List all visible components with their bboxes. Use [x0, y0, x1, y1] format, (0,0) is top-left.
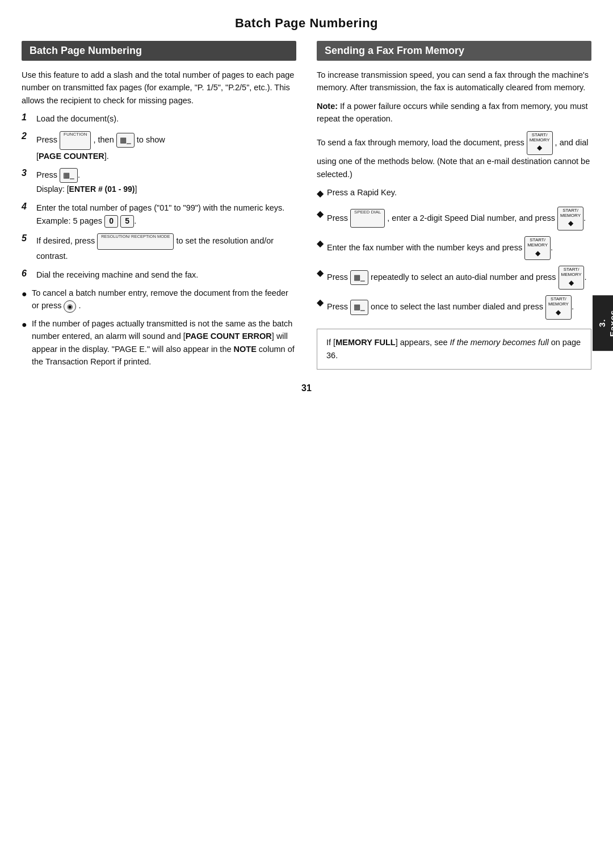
bullet-1: ● To cancel a batch number entry, remove…: [22, 287, 296, 313]
start-memory-key-5: START/MEMORY ◆: [545, 295, 572, 319]
bullet-2-content: If the number of pages actually transmit…: [32, 317, 296, 368]
step-4: 4 Enter the total number of pages ("01" …: [22, 202, 296, 228]
diamond-3-content: Enter the fax number with the number key…: [327, 236, 591, 260]
diamond-2-icon: ◆: [317, 207, 327, 221]
diamond-1-content: Press a Rapid Key.: [327, 186, 591, 199]
display-key: ▦⎯: [116, 133, 135, 148]
start-memory-key-4: START/MEMORY ◆: [559, 266, 585, 290]
side-tab-number: 3.: [597, 319, 607, 328]
memory-full-reference: If the memory becomes full: [450, 338, 549, 347]
speed-dial-key: SPEED DIAL: [350, 209, 385, 228]
right-section-header: Sending a Fax From Memory: [317, 41, 591, 61]
page-title: Batch Page Numbering: [0, 0, 613, 41]
step-1-num: 1: [22, 112, 34, 123]
start-memory-key-3: START/MEMORY ◆: [524, 236, 551, 260]
step-2-content: Press FUNCTION , then ▦⎯ to show [PAGE C…: [36, 131, 296, 162]
right-note: Note: If a power failure occurs while se…: [317, 100, 591, 125]
step-5: 5 If desired, press RESOLUTION/ RECEPTIO…: [22, 233, 296, 263]
right-intro2: To send a fax through memory, load the d…: [317, 131, 591, 181]
diamond-1-icon: ◆: [317, 187, 327, 201]
function-key: FUNCTION: [60, 131, 91, 150]
step-6-num: 6: [22, 269, 34, 279]
last-number-key: ▦⎯: [350, 300, 368, 315]
step-4-num: 4: [22, 202, 34, 212]
auto-dial-key: ▦⎯: [350, 270, 368, 285]
step-6-content: Dial the receiving machine and send the …: [36, 269, 296, 281]
diamond-3-icon: ◆: [317, 237, 327, 251]
right-column: Sending a Fax From Memory To increase tr…: [317, 41, 591, 370]
bullet-2-dot: ●: [22, 318, 32, 368]
right-intro: To increase transmission speed, you can …: [317, 69, 591, 94]
left-intro: Use this feature to add a slash and the …: [22, 69, 296, 107]
step-3-content: Press ▦⎯. Display: [ENTER # (01 - 99)]: [36, 168, 296, 196]
step-3: 3 Press ▦⎯. Display: [ENTER # (01 - 99)]: [22, 168, 296, 196]
diamond-2-content: Press SPEED DIAL , enter a 2-digit Speed…: [327, 207, 591, 230]
step-6: 6 Dial the receiving machine and send th…: [22, 269, 296, 281]
left-section-header: Batch Page Numbering: [22, 41, 296, 61]
start-memory-key-1: START/MEMORY ◆: [527, 131, 553, 155]
step-2-num: 2: [22, 131, 34, 141]
step-5-content: If desired, press RESOLUTION/ RECEPTION …: [36, 233, 296, 263]
key-0: 0: [104, 215, 118, 228]
diamond-3: ◆ Enter the fax number with the number k…: [317, 236, 591, 260]
page-number: 31: [0, 373, 613, 399]
key-5: 5: [120, 215, 134, 228]
diamond-1: ◆ Press a Rapid Key.: [317, 186, 591, 201]
diamond-4-content: Press ▦⎯ repeatedly to select an auto-di…: [327, 266, 591, 290]
bullet-1-content: To cancel a batch number entry, remove t…: [32, 287, 296, 313]
diamond-4-icon: ◆: [317, 266, 327, 280]
bullet-2: ● If the number of pages actually transm…: [22, 317, 296, 368]
step-2: 2 Press FUNCTION , then ▦⎯ to show [PAGE…: [22, 131, 296, 162]
step-4-content: Enter the total number of pages ("01" to…: [36, 202, 296, 228]
left-column: Batch Page Numbering Use this feature to…: [22, 41, 296, 373]
speed-dial-key-label: SPEED DIAL: [354, 210, 381, 215]
side-tab: 3. Faxes Sending: [593, 295, 613, 351]
memory-full-label: MEMORY FULL: [335, 338, 396, 347]
step-5-num: 5: [22, 233, 34, 244]
function-key-label: FUNCTION: [64, 132, 87, 137]
enter-key: ▦⎯: [60, 168, 78, 183]
step-3-display: Display: [ENTER # (01 - 99)]: [36, 184, 137, 194]
side-tab-line2: Faxes: [608, 309, 613, 337]
step-1: 1 Load the document(s).: [22, 112, 296, 125]
resolution-key: RESOLUTION/ RECEPTION MODE: [97, 233, 174, 250]
memory-full-box: If [MEMORY FULL] appears, see If the mem…: [317, 329, 591, 370]
diamond-5-content: Press ▦⎯ once to select the last number …: [327, 295, 591, 319]
start-memory-key-2: START/MEMORY ◆: [557, 207, 583, 230]
stop-key: ◉: [64, 300, 76, 313]
bullet-1-dot: ●: [22, 287, 32, 313]
diamond-5-icon: ◆: [317, 296, 327, 310]
resolution-key-label: RESOLUTION/ RECEPTION MODE: [101, 234, 170, 239]
diamond-2: ◆ Press SPEED DIAL , enter a 2-digit Spe…: [317, 207, 591, 230]
diamond-4: ◆ Press ▦⎯ repeatedly to select an auto-…: [317, 266, 591, 290]
diamond-5: ◆ Press ▦⎯ once to select the last numbe…: [317, 295, 591, 319]
step-3-num: 3: [22, 168, 34, 178]
step-1-content: Load the document(s).: [36, 112, 296, 125]
page-counter-label: PAGE COUNTER: [39, 152, 104, 161]
